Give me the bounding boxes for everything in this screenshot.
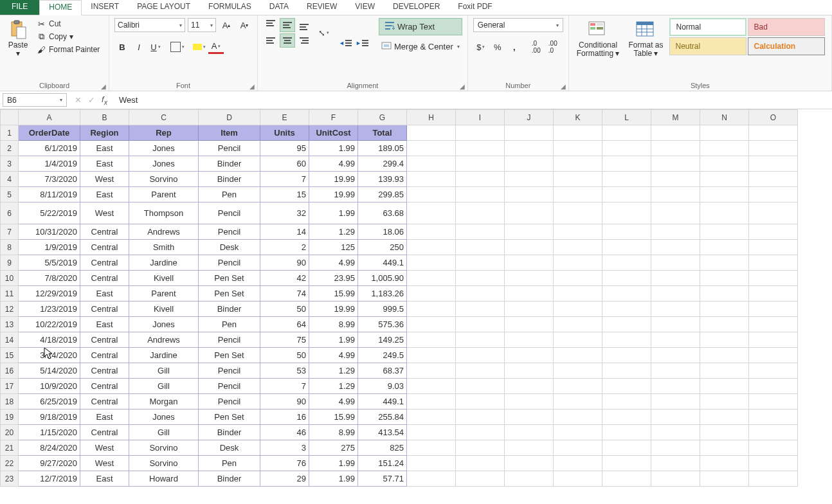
- cell-F18[interactable]: 4.99: [309, 394, 358, 410]
- cell-F9[interactable]: 4.99: [309, 255, 358, 271]
- cell-M17[interactable]: [651, 379, 700, 394]
- row-header-11[interactable]: 11: [1, 286, 19, 302]
- cell-A20[interactable]: 1/15/2020: [19, 425, 80, 440]
- cell-A10[interactable]: 7/8/2020: [19, 271, 80, 286]
- cell-M14[interactable]: [651, 332, 700, 348]
- cell-K7[interactable]: [554, 224, 602, 240]
- cell-E11[interactable]: 74: [260, 286, 309, 302]
- cell-H8[interactable]: [407, 240, 456, 255]
- cell-J5[interactable]: [505, 187, 554, 203]
- cell-G1[interactable]: Total: [358, 125, 407, 141]
- cell-N4[interactable]: [700, 172, 749, 187]
- cell-H4[interactable]: [407, 172, 456, 187]
- cell-J1[interactable]: [505, 125, 554, 141]
- cell-I1[interactable]: [456, 125, 505, 141]
- col-header-B[interactable]: B: [80, 110, 129, 125]
- cell-F1[interactable]: UnitCost: [309, 125, 358, 141]
- cell-N7[interactable]: [700, 224, 749, 240]
- cell-K16[interactable]: [554, 363, 602, 379]
- cell-L11[interactable]: [602, 286, 651, 302]
- cell-C16[interactable]: Gill: [129, 363, 199, 379]
- cell-L7[interactable]: [602, 224, 651, 240]
- cell-E21[interactable]: 3: [260, 440, 309, 456]
- cell-D15[interactable]: Pen Set: [199, 348, 260, 363]
- cell-C14[interactable]: Andrews: [129, 332, 199, 348]
- cell-B5[interactable]: East: [80, 187, 129, 203]
- cut-button[interactable]: ✂Cut: [35, 18, 101, 30]
- row-header-2[interactable]: 2: [1, 141, 19, 156]
- cell-B6[interactable]: West: [80, 203, 129, 224]
- cell-M3[interactable]: [651, 156, 700, 172]
- font-name-combo[interactable]: Calibri▾: [114, 18, 185, 32]
- cell-M1[interactable]: [651, 125, 700, 141]
- cell-E23[interactable]: 29: [260, 471, 309, 487]
- cell-M23[interactable]: [651, 471, 700, 487]
- cell-H13[interactable]: [407, 317, 456, 332]
- cell-C15[interactable]: Jardine: [129, 348, 199, 363]
- cell-C18[interactable]: Morgan: [129, 394, 199, 410]
- cell-J9[interactable]: [505, 255, 554, 271]
- tab-review[interactable]: REVIEW: [298, 0, 346, 15]
- cell-B19[interactable]: East: [80, 410, 129, 425]
- cell-N20[interactable]: [700, 425, 749, 440]
- fx-icon[interactable]: fx: [102, 94, 107, 106]
- paste-button[interactable]: Paste▾: [5, 18, 31, 59]
- cell-G4[interactable]: 139.93: [358, 172, 407, 187]
- cancel-formula-icon[interactable]: ✕: [75, 95, 82, 105]
- cell-H19[interactable]: [407, 410, 456, 425]
- col-header-J[interactable]: J: [505, 110, 554, 125]
- cell-F23[interactable]: 1.99: [309, 471, 358, 487]
- cell-H14[interactable]: [407, 332, 456, 348]
- cell-D18[interactable]: Pencil: [199, 394, 260, 410]
- cell-K22[interactable]: [554, 456, 602, 471]
- cell-A14[interactable]: 4/18/2019: [19, 332, 80, 348]
- cell-A23[interactable]: 12/7/2019: [19, 471, 80, 487]
- cell-L18[interactable]: [602, 394, 651, 410]
- cell-N19[interactable]: [700, 410, 749, 425]
- cell-F4[interactable]: 19.99: [309, 172, 358, 187]
- cell-A7[interactable]: 10/31/2020: [19, 224, 80, 240]
- cell-O16[interactable]: [749, 363, 798, 379]
- cell-K13[interactable]: [554, 317, 602, 332]
- row-header-4[interactable]: 4: [1, 172, 19, 187]
- cell-B8[interactable]: Central: [80, 240, 129, 255]
- conditional-formatting-button[interactable]: ConditionalFormatting ▾: [574, 18, 622, 59]
- col-header-E[interactable]: E: [260, 110, 309, 125]
- row-header-22[interactable]: 22: [1, 456, 19, 471]
- col-header-N[interactable]: N: [700, 110, 749, 125]
- cell-B22[interactable]: West: [80, 456, 129, 471]
- cell-M7[interactable]: [651, 224, 700, 240]
- cell-I10[interactable]: [456, 271, 505, 286]
- tab-home[interactable]: HOME: [39, 0, 82, 15]
- cell-D2[interactable]: Pencil: [199, 141, 260, 156]
- cell-G16[interactable]: 68.37: [358, 363, 407, 379]
- cell-E6[interactable]: 32: [260, 203, 309, 224]
- col-header-K[interactable]: K: [554, 110, 602, 125]
- format-painter-button[interactable]: 🖌Format Painter: [35, 44, 101, 55]
- cell-B21[interactable]: West: [80, 440, 129, 456]
- cell-K15[interactable]: [554, 348, 602, 363]
- cell-D21[interactable]: Desk: [199, 440, 260, 456]
- cell-F12[interactable]: 19.99: [309, 302, 358, 317]
- cell-L16[interactable]: [602, 363, 651, 379]
- cell-C9[interactable]: Jardine: [129, 255, 199, 271]
- cell-D4[interactable]: Binder: [199, 172, 260, 187]
- cell-N15[interactable]: [700, 348, 749, 363]
- cell-J6[interactable]: [505, 203, 554, 224]
- cell-C6[interactable]: Thompson: [129, 203, 199, 224]
- cell-O21[interactable]: [749, 440, 798, 456]
- select-all-corner[interactable]: [1, 110, 19, 125]
- bold-button[interactable]: B: [114, 40, 130, 54]
- cell-M8[interactable]: [651, 240, 700, 255]
- cell-J19[interactable]: [505, 410, 554, 425]
- cell-L9[interactable]: [602, 255, 651, 271]
- cell-O18[interactable]: [749, 394, 798, 410]
- cell-H23[interactable]: [407, 471, 456, 487]
- cell-N17[interactable]: [700, 379, 749, 394]
- cell-C8[interactable]: Smith: [129, 240, 199, 255]
- cell-M15[interactable]: [651, 348, 700, 363]
- cell-N11[interactable]: [700, 286, 749, 302]
- font-dialog-launcher[interactable]: ◢: [249, 83, 255, 90]
- cell-H21[interactable]: [407, 440, 456, 456]
- cell-H16[interactable]: [407, 363, 456, 379]
